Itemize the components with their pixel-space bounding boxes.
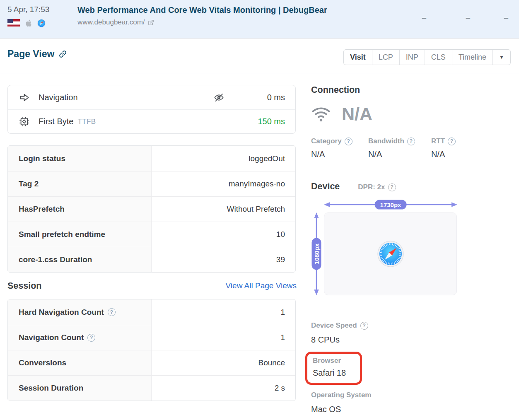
field-label: core-1.css Duration (8, 247, 152, 272)
eye-slash-icon (213, 92, 224, 103)
session-label: Session Duration (8, 375, 152, 401)
toggle-visibility-button[interactable] (213, 92, 224, 103)
session-label: Conversions (8, 350, 152, 375)
field-value: manyImages-no (152, 171, 295, 196)
metric-label: First Byte (39, 117, 73, 126)
result-header: 5 Apr, 17:53 Web Performance And (0, 0, 519, 39)
session-label: Navigation Count (19, 333, 84, 342)
table-row: Tag 2 manyImages-no (8, 171, 295, 196)
chip-icon (19, 116, 30, 127)
test-config-icons (7, 18, 46, 28)
stat-value: N/A (311, 150, 368, 159)
url-text: www.debugbear.com/ (77, 18, 145, 27)
empty-metric-dash: – (504, 12, 509, 22)
session-heading: Session (7, 281, 41, 291)
stat-category: Category? N/A (311, 137, 368, 159)
field-value: 10 (152, 222, 295, 247)
stat-value: N/A (431, 150, 488, 159)
session-value: 1 (152, 325, 295, 350)
help-icon[interactable]: ? (388, 183, 396, 191)
metric-value: 150 ms (248, 117, 285, 126)
stat-bandwidth: Bandwidth? N/A (368, 137, 431, 159)
wifi-icon (311, 106, 331, 123)
metric-label: Navigation (39, 93, 78, 102)
stat-value: N/A (368, 150, 431, 159)
dpr-label: DPR: 2x (358, 183, 385, 191)
help-icon[interactable]: ? (360, 322, 368, 330)
field-value: 39 (152, 247, 295, 272)
view-all-page-views-link[interactable]: View All Page Views (226, 281, 297, 290)
field-label: Login status (8, 146, 152, 171)
field-value: Without Prefetch (152, 196, 295, 222)
help-icon[interactable]: ? (345, 138, 352, 145)
field-label: Tag 2 (8, 171, 152, 196)
metric-row-navigation: Navigation 0 ms (8, 85, 295, 109)
help-icon[interactable]: ? (87, 334, 95, 342)
external-link-icon[interactable] (148, 19, 154, 26)
browser-label: Browser (313, 357, 360, 365)
metric-row-first-byte: First Byte TTFB 150 ms (8, 109, 295, 133)
session-value: 2 s (152, 375, 295, 401)
table-row: core-1.css Duration 39 (8, 247, 295, 272)
help-icon[interactable]: ? (108, 308, 116, 316)
stat-label: Category (311, 137, 342, 145)
device-height-arrow: 1080px (313, 212, 320, 295)
custom-fields-table: Login status loggedOut Tag 2 manyImages-… (7, 145, 296, 273)
stat-label: RTT (431, 137, 445, 145)
session-label: Hard Navigation Count (19, 308, 104, 317)
device-screen-preview (324, 212, 457, 295)
apple-logo-icon (24, 18, 33, 28)
navigation-arrow-icon (19, 92, 30, 103)
session-value: Bounce (152, 350, 295, 375)
environment-panel: Connection N/A Category? N/A Bandwidth? … (311, 39, 519, 420)
device-width-arrow: 1730px (324, 199, 457, 210)
device-height-label: 1080px (312, 238, 321, 270)
table-row: HasPrefetch Without Prefetch (8, 196, 295, 222)
page-title-link[interactable]: Web Performance And Core Web Vitals Moni… (77, 5, 327, 15)
browser-value: Safari 18 (313, 368, 360, 378)
empty-metric-dash: – (422, 12, 427, 22)
help-icon[interactable]: ? (407, 138, 415, 145)
timestamp: 5 Apr, 17:53 (7, 5, 49, 14)
page-url[interactable]: www.debugbear.com/ (77, 18, 154, 27)
stat-rtt: RTT? N/A (431, 137, 488, 159)
device-speed-value: 8 CPUs (311, 335, 340, 345)
empty-metric-dash: – (466, 12, 471, 22)
table-row: Session Duration 2 s (8, 375, 295, 401)
timing-metrics-card: Navigation 0 ms First Byte TTFB 150 ms (7, 85, 296, 134)
device-heading: Device (311, 181, 340, 192)
metric-abbr: TTFB (77, 118, 96, 126)
permalink-icon[interactable] (58, 50, 67, 58)
connection-heading: Connection (311, 85, 360, 95)
table-row: Login status loggedOut (8, 146, 295, 171)
table-row: Navigation Count? 1 (8, 325, 295, 350)
session-value: 1 (152, 299, 295, 325)
table-row: Conversions Bounce (8, 350, 295, 375)
connection-value: N/A (342, 104, 372, 124)
table-row: Hard Navigation Count? 1 (8, 299, 295, 325)
field-label: Small prefetch endtime (8, 222, 152, 247)
device-speed-label: Device Speed (311, 321, 357, 330)
device-width-label: 1730px (375, 200, 407, 210)
safari-logo-icon (37, 19, 46, 28)
session-table: Hard Navigation Count? 1 Navigation Coun… (7, 299, 296, 401)
os-label: Operating System (311, 391, 372, 399)
us-flag-icon (7, 19, 20, 27)
safari-browser-icon (377, 240, 404, 268)
metric-value: 0 ms (224, 93, 285, 102)
browser-annotation-box: Browser Safari 18 (305, 352, 362, 385)
table-row: Small prefetch endtime 10 (8, 222, 295, 247)
os-value: Mac OS (311, 405, 341, 414)
field-value: loggedOut (152, 146, 295, 171)
field-label: HasPrefetch (8, 196, 152, 222)
page-view-title: Page View (7, 48, 54, 60)
help-icon[interactable]: ? (448, 138, 456, 145)
stat-label: Bandwidth (368, 137, 404, 145)
